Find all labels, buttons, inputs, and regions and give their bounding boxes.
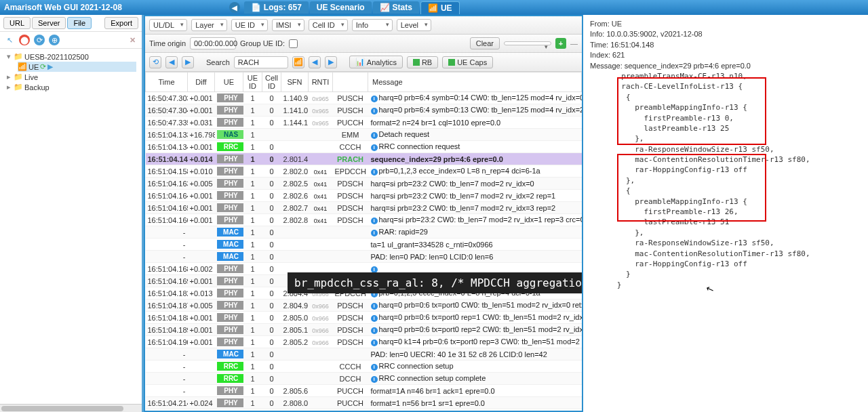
export-button[interactable]: Export: [104, 17, 138, 29]
analytics-button[interactable]: 📊Analytics: [349, 56, 403, 68]
group-ueid-label: Group UE ID:: [240, 39, 285, 47]
detail-time: Time: 16:51:04.148: [590, 40, 861, 50]
green-square-icon-2: [448, 59, 455, 66]
clear-button[interactable]: Clear: [470, 37, 500, 49]
table-row[interactable]: 16:51:04.214+0.024PHY102.808.0PUCCHforma…: [146, 397, 582, 409]
ue-icon: 📶: [428, 3, 438, 13]
detail-index: Index: 621: [590, 50, 861, 60]
pointer-icon[interactable]: ↖: [4, 35, 15, 45]
next-icon[interactable]: ▶: [182, 56, 194, 68]
refresh-icon[interactable]: ⟳: [34, 35, 45, 45]
details-panel: From: UE Info: 10.0.0.35:9002, v2021-12-…: [583, 15, 868, 412]
close-icon[interactable]: ✕: [127, 35, 138, 45]
detail-message: Message: sequence_index=29 prb=4:6 epre=…: [590, 61, 861, 71]
search-input[interactable]: RACH: [234, 56, 288, 68]
detail-from: From: UE: [590, 19, 861, 29]
remove-filter-button[interactable]: —: [570, 39, 578, 47]
time-origin-input[interactable]: 00:00:00.000: [190, 37, 236, 49]
table-row[interactable]: 16:51:04.163+0.005PHY102.802.50x41PDSCHh…: [146, 178, 582, 190]
globe-icon[interactable]: ⊕: [49, 35, 60, 45]
table-row[interactable]: 16:51:04.166+0.001PHY102.802.80x41PDSCHi…: [146, 214, 582, 226]
imsi-dropdown[interactable]: IMSI: [272, 19, 304, 31]
time-origin-label: Time origin: [149, 39, 186, 47]
table-row[interactable]: 16:51:04.165+0.001PHY102.802.70x41PDSCHh…: [146, 202, 582, 214]
stop-icon[interactable]: ⬤: [19, 35, 30, 45]
table-row[interactable]: -MAC10iRAR: rapid=29: [146, 226, 582, 239]
file-tree: ▾📁UESB-2021102500 📶UE ⟳▶ ▸📁Live ▸📁Backup: [0, 49, 142, 95]
table-row[interactable]: 16:51:04.215+0.001PHY102.808.10x966PUCCH…: [146, 409, 582, 411]
rewind-icon[interactable]: ⟲: [149, 56, 161, 68]
rb-button[interactable]: RB: [407, 56, 438, 68]
table-row[interactable]: -MAC10PAD: len=0 PAD: len=0 LCID:0 len=6: [146, 251, 582, 263]
tree-ue[interactable]: 📶UE ⟳▶: [18, 62, 136, 72]
cellid-dropdown[interactable]: Cell ID: [309, 19, 348, 31]
table-row[interactable]: 16:51:04.189+0.001PHY102.805.10x966PDSCH…: [146, 324, 582, 336]
file-button[interactable]: File: [67, 17, 92, 29]
search-label: Search: [206, 58, 230, 66]
search-bar: ⟲ ◀ ▶ Search RACH 📶 ◀ ▶ 📊Analytics RB UE…: [145, 53, 582, 72]
code-tooltip: br_mpdcch_css_ra_al: 8, /* MPDCCH aggreg…: [288, 272, 582, 293]
server-button[interactable]: Server: [32, 17, 66, 29]
table-row[interactable]: 16:51:04.134+0.001RRC10CCCHiRRC connecti…: [146, 141, 582, 153]
uldl-dropdown[interactable]: UL/DL: [149, 19, 187, 31]
url-button[interactable]: URL: [3, 17, 31, 29]
tab-ue[interactable]: 📶UE: [420, 1, 460, 14]
stats-icon: 📈: [380, 3, 390, 12]
table-row[interactable]: 16:51:04.164+0.001PHY102.802.60x41PDSCHh…: [146, 190, 582, 202]
table-row[interactable]: -RRC10CCCHiRRC connection setup: [146, 360, 582, 373]
table-row[interactable]: 16:51:04.188+0.001PHY102.805.00x966PDSCH…: [146, 312, 582, 324]
center-panel: UL/DL Layer UE ID IMSI Cell ID Info Leve…: [144, 15, 583, 412]
tab-logs[interactable]: 📄Logs: 657: [244, 1, 309, 14]
table-row[interactable]: 16:50:47.303+0.001PHY101.140.90x965PUSCH…: [146, 92, 582, 104]
table-row[interactable]: 16:51:04.133+16.798NAS1EMMiDetach reques…: [146, 129, 582, 141]
table-row[interactable]: 16:51:04.148+0.014PHY102.801.4PRACHseque…: [146, 153, 582, 165]
tree-backup[interactable]: ▸📁Backup: [5, 82, 136, 92]
chart-icon: 📊: [355, 58, 365, 66]
detail-code: preambleTransMax-CE-r13 n10, rach-CE-Lev…: [590, 71, 861, 290]
table-row[interactable]: -RRC10DCCHiRRC connection setup complete: [146, 373, 582, 385]
antenna-icon[interactable]: 📶: [292, 56, 304, 68]
layer-dropdown[interactable]: Layer: [191, 19, 227, 31]
ueid-dropdown[interactable]: UE ID: [231, 19, 268, 31]
sidebar-scrollbar[interactable]: [0, 404, 142, 412]
time-bar: Time origin 00:00:00.000 Group UE ID: Cl…: [145, 35, 582, 53]
info-dropdown[interactable]: Info: [352, 19, 393, 31]
sidebar-collapse-icon[interactable]: ◀: [229, 2, 240, 13]
table-row[interactable]: 16:50:47.304+0.001PHY101.141.00x965PUSCH…: [146, 104, 582, 117]
search-next-icon[interactable]: ▶: [325, 56, 337, 68]
app-title: Amarisoft Web GUI 2021-12-08: [4, 3, 122, 12]
top-tabs: 📄Logs: 657 UE Scenario 📈Stats 📶UE: [244, 1, 461, 14]
log-table[interactable]: TimeDiffUEUE IDCell IDSFNRNTIMessage 16:…: [145, 72, 582, 411]
prev-icon[interactable]: ◀: [165, 56, 178, 68]
filter-dropdown[interactable]: [504, 41, 551, 45]
tab-stats[interactable]: 📈Stats: [373, 1, 419, 14]
uecaps-button[interactable]: UE Caps: [442, 56, 493, 68]
sidebar: URL Server File Export ↖ ⬤ ⟳ ⊕ ✕ ▾📁UESB-…: [0, 15, 144, 412]
logs-icon: 📄: [251, 3, 261, 12]
level-dropdown[interactable]: Level: [397, 19, 431, 31]
search-prev-icon[interactable]: ◀: [309, 56, 321, 68]
group-ueid-checkbox[interactable]: [289, 39, 298, 48]
table-header-row: TimeDiffUEUE IDCell IDSFNRNTIMessage: [146, 73, 582, 92]
table-row[interactable]: 16:51:04.158+0.010PHY102.802.00x41EPDCCH…: [146, 165, 582, 178]
table-row[interactable]: -PHY102.805.6PUCCHformat=1A n=46 br=1 ac…: [146, 385, 582, 397]
table-row[interactable]: 16:50:47.335+0.031PHY101.144.10x965PUCCH…: [146, 117, 582, 129]
table-row[interactable]: 16:51:04.190+0.001PHY102.805.20x966PDSCH…: [146, 336, 582, 348]
green-square-icon: [413, 59, 420, 66]
table-row[interactable]: -MAC10ta=1 ul_grant=334528 c_rnti=0x0966: [146, 239, 582, 251]
filter-bar: UL/DL Layer UE ID IMSI Cell ID Info Leve…: [145, 16, 582, 35]
table-row[interactable]: -MAC10PAD: len=0 UECRI: 40 1e 31 52 c8 2…: [146, 348, 582, 360]
detail-info: Info: 10.0.0.35:9002, v2021-12-08: [590, 29, 861, 39]
table-row[interactable]: 16:51:04.187+0.005PHY102.804.90x966PDSCH…: [146, 300, 582, 312]
top-bar: Amarisoft Web GUI 2021-12-08 ◀ 📄Logs: 65…: [0, 0, 868, 15]
tree-root[interactable]: ▾📁UESB-2021102500: [5, 52, 136, 62]
add-filter-button[interactable]: +: [555, 38, 566, 49]
tree-live[interactable]: ▸📁Live: [5, 72, 136, 82]
tab-ue-scenario[interactable]: UE Scenario: [310, 1, 372, 14]
